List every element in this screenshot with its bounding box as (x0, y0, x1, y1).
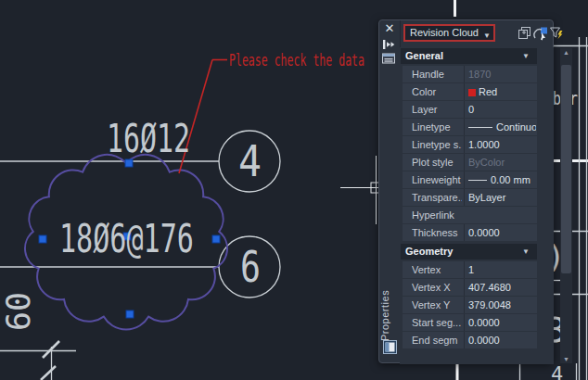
property-row: Hyperlink (403, 207, 537, 223)
grip (126, 310, 134, 318)
property-row: Vertex Y379.0048 (403, 297, 537, 313)
object-type-dropdown[interactable]: Revision Cloud ▼ (403, 24, 495, 42)
scroll-up-icon: ▲ (560, 49, 572, 56)
property-label: Handle (412, 66, 462, 82)
select-objects-icon[interactable] (533, 26, 548, 41)
property-value[interactable]: 1870 (464, 66, 536, 82)
grip (39, 235, 46, 243)
property-value[interactable]: 0.0000 (464, 332, 536, 348)
property-value[interactable]: ByLayer (464, 189, 536, 206)
property-label: Layer (412, 101, 462, 118)
auto-hide-icon[interactable] (382, 39, 397, 52)
properties-palette: ✕ Properties (378, 19, 554, 363)
property-label: Color (412, 83, 462, 100)
property-label: Linetype (412, 119, 462, 135)
property-label: Thickness (412, 224, 462, 241)
property-value[interactable]: 379.0048 (464, 297, 536, 313)
balloon-number-top: 4 (238, 136, 262, 186)
property-value[interactable]: 0.0000 (464, 224, 536, 241)
property-value[interactable]: Continuous (464, 119, 536, 135)
property-row: Thickness0.0000 (403, 224, 537, 241)
quick-select-icon[interactable] (549, 26, 564, 41)
crosshair-cursor (340, 156, 383, 224)
property-value[interactable]: 0.0000 (464, 314, 536, 331)
palette-content: ▲ ▼ General▼Handle1870ColorRedLayer0Line… (400, 47, 554, 364)
grip (212, 235, 220, 243)
property-label: Plot style (412, 154, 462, 171)
property-row: Vertex X407.4680 (403, 279, 537, 296)
pickadd-toggle-icon[interactable] (518, 26, 532, 41)
property-label: Transpare... (412, 189, 462, 206)
properties-tab-label[interactable]: Properties (379, 271, 394, 341)
property-row: Lineweight0.00 mm (403, 171, 537, 188)
palette-menu-icon[interactable] (382, 53, 397, 66)
section-header-general[interactable]: General▼ (401, 48, 537, 64)
property-value[interactable]: 1.0000 (464, 136, 536, 153)
property-label: Lineweight (412, 171, 462, 188)
section-header-geometry[interactable]: Geometry▼ (401, 244, 537, 260)
scrollbar-thumb[interactable] (561, 65, 571, 273)
property-row: End segm0.0000 (403, 332, 537, 348)
property-row: Layer0 (403, 101, 537, 118)
property-label: Start seg... (412, 314, 462, 331)
properties-palette-icon (383, 340, 397, 354)
property-value[interactable]: ByColor (464, 154, 536, 171)
property-label: Linetype s... (412, 136, 462, 153)
property-label: Hyperlink (412, 207, 462, 223)
property-row: Start seg...0.0000 (403, 314, 537, 331)
color-swatch (468, 89, 476, 96)
property-row: LinetypeContinuous (403, 119, 537, 135)
linetype-sample (468, 127, 492, 128)
property-row: Transpare...ByLayer (403, 189, 537, 206)
close-icon[interactable]: ✕ (382, 22, 397, 35)
table-glyph-fragment: 4 (551, 362, 563, 380)
dimension-tick (41, 366, 56, 380)
property-row: Handle1870 (403, 66, 537, 82)
property-value[interactable]: Red (464, 83, 536, 100)
scroll-down-icon: ▼ (560, 356, 572, 362)
object-type-value: Revision Cloud (410, 27, 479, 38)
property-label: Vertex (412, 261, 462, 278)
property-value[interactable]: 407.4680 (464, 279, 536, 296)
chevron-down-icon: ▼ (522, 48, 530, 64)
palette-dock-strip: ✕ Properties (379, 20, 401, 362)
balloon-number-bottom: 6 (240, 242, 261, 292)
property-value[interactable]: 0 (464, 101, 536, 118)
property-row: ColorRed (403, 83, 537, 100)
chevron-down-icon: ▼ (522, 244, 530, 260)
property-row: Linetype s...1.0000 (403, 136, 537, 153)
property-value[interactable]: 1 (464, 261, 536, 278)
cad-application-window: Please check the data 16Ø12 18Ø6@176 4 6… (0, 0, 588, 380)
property-row: Plot styleByColor (403, 154, 537, 171)
property-row: Vertex1 (403, 261, 537, 278)
palette-titlebar: Revision Cloud ▼ (400, 20, 554, 47)
property-label: Vertex X (412, 279, 462, 296)
rebar-label-cloud: 18Ø6@176 (59, 216, 194, 261)
chevron-down-icon: ▼ (483, 29, 491, 43)
rebar-label-top: 16Ø12 (107, 116, 190, 161)
dimension-text-60: 60 (0, 292, 37, 331)
linetype-sample (468, 180, 487, 181)
property-value[interactable]: 0.00 mm (464, 171, 536, 188)
annotation-text[interactable]: Please check the data (229, 51, 364, 70)
scrollbar[interactable]: ▲ ▼ (560, 48, 572, 363)
property-label: Vertex Y (412, 297, 462, 313)
property-label: End segm (412, 332, 462, 348)
